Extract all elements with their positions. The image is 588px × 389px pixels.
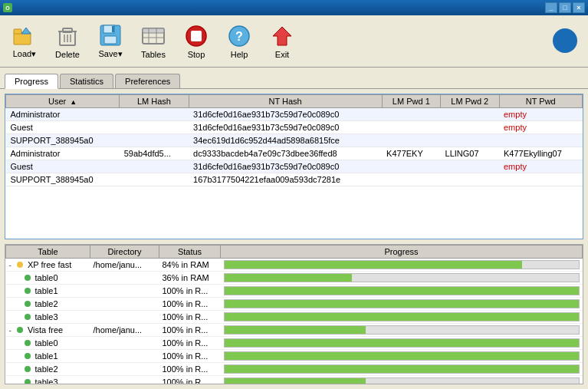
status-dot	[25, 301, 31, 307]
cell-nt-pwd: empty	[499, 108, 583, 121]
status-dot	[25, 379, 31, 384]
cell-nt-pwd: empty	[499, 160, 583, 173]
list-item: table1 100% in R...	[6, 285, 583, 298]
cell-status: 100% in R...	[159, 350, 221, 363]
svg-text:O: O	[5, 5, 10, 11]
svg-rect-14	[112, 26, 114, 32]
tab-bar: Progress Statistics Preferences	[0, 68, 588, 89]
cell-directory	[90, 350, 159, 363]
status-dot	[17, 262, 23, 268]
cell-lm-pwd1	[382, 173, 440, 186]
cell-lm-hash	[120, 121, 189, 134]
minimize-button[interactable]: _	[545, 2, 557, 13]
status-dot	[25, 288, 31, 294]
cell-table-name: table1	[6, 285, 90, 298]
about-icon	[553, 28, 577, 53]
cell-table-name: - Vista free	[6, 324, 90, 337]
cell-table-name: table0	[6, 272, 90, 285]
status-dot	[25, 366, 31, 372]
cell-nt-pwd: K477Ekylling07	[499, 147, 583, 160]
progress-bar-bg	[224, 299, 580, 308]
cell-progress	[221, 298, 583, 311]
upper-table-header: User ▲ LM Hash NT Hash LM Pwd 1 LM Pwd 2…	[6, 95, 583, 108]
title-bar-left: O	[3, 3, 15, 12]
exit-button[interactable]: Exit	[262, 19, 302, 64]
help-button[interactable]: ? Help	[219, 19, 259, 64]
load-button[interactable]: Load▾	[5, 19, 44, 64]
status-dot	[25, 314, 31, 320]
delete-button[interactable]: Delete	[48, 19, 87, 64]
col-nt-hash: NT Hash	[189, 95, 382, 108]
progress-bar-bg	[224, 312, 580, 321]
cell-status: 100% in R...	[159, 337, 221, 350]
cell-lm-pwd1	[382, 134, 440, 147]
cell-table-name: table2	[6, 298, 90, 311]
table-row: SUPPORT_388945a0 34ec619d1d6c952d44ad589…	[6, 134, 583, 147]
cell-directory: /home/janu...	[90, 324, 159, 337]
table-row: Guest 31d6cfe0d16ae931b73c59d7e0c089c0 e…	[6, 121, 583, 134]
stop-label: Stop	[188, 50, 205, 59]
progress-bar-fill	[225, 378, 366, 384]
progress-bar-fill	[225, 274, 352, 282]
save-label: Save▾	[98, 49, 122, 59]
about-button[interactable]	[547, 19, 583, 64]
cell-status: 100% in R...	[159, 363, 221, 376]
progress-bar-fill	[225, 326, 366, 334]
stop-button[interactable]: Stop	[176, 19, 216, 64]
tab-progress[interactable]: Progress	[5, 74, 58, 89]
cell-lm-hash	[120, 108, 189, 121]
cell-nt-hash: dc9333bacdeb4a7e09c73dbee36ffed8	[189, 147, 382, 160]
cell-lm-pwd2: LLING07	[441, 147, 499, 160]
tables-label: Tables	[141, 50, 166, 59]
cell-user: Guest	[6, 160, 120, 173]
close-button[interactable]: ×	[573, 2, 585, 13]
cell-progress	[221, 376, 583, 385]
cell-nt-hash: 167b3177504221efaa009a593dc7281e	[189, 173, 382, 186]
progress-bar-bg	[224, 260, 580, 269]
cell-progress	[221, 311, 583, 324]
lower-table: Table Directory Status Progress - XP fre…	[5, 245, 583, 384]
cell-table-name: table1	[6, 350, 90, 363]
status-dot	[17, 327, 23, 333]
title-bar-controls[interactable]: _ □ ×	[545, 2, 585, 13]
cell-lm-pwd1	[382, 160, 440, 173]
progress-bar-fill	[225, 287, 579, 295]
cell-nt-hash: 31d6cfe0d16ae931b73c59d7e0c089c0	[189, 121, 382, 134]
help-label: Help	[231, 50, 248, 59]
cell-user: Guest	[6, 121, 120, 134]
col-user[interactable]: User ▲	[6, 95, 120, 108]
status-dot	[25, 340, 31, 346]
col-lm-pwd1: LM Pwd 1	[382, 95, 440, 108]
cell-table-name: table3	[6, 311, 90, 324]
cell-directory: /home/janu...	[90, 259, 159, 272]
tab-preferences[interactable]: Preferences	[115, 74, 180, 88]
list-item: table3 100% in R...	[6, 376, 583, 385]
svg-text:?: ?	[235, 30, 243, 43]
upper-table-container: User ▲ LM Hash NT Hash LM Pwd 1 LM Pwd 2…	[5, 94, 583, 239]
save-button[interactable]: Save▾	[90, 19, 130, 64]
cell-directory	[90, 376, 159, 385]
cell-lm-pwd2	[441, 134, 499, 147]
progress-bar-bg	[224, 364, 580, 374]
cell-user: Administrator	[6, 108, 120, 121]
cell-nt-hash: 31d6cfe0d16ae931b73c59d7e0c089c0	[189, 160, 382, 173]
cell-status: 100% in R...	[159, 285, 221, 298]
maximize-button[interactable]: □	[559, 2, 571, 13]
cell-status: 100% in R...	[159, 298, 221, 311]
cell-nt-pwd: empty	[499, 121, 583, 134]
table-row: SUPPORT_388945a0 167b3177504221efaa009a5…	[6, 173, 583, 186]
col-table: Table	[6, 246, 90, 259]
save-icon	[98, 23, 123, 48]
cell-directory	[90, 311, 159, 324]
load-label: Load▾	[13, 49, 36, 59]
tables-button[interactable]: Tables	[133, 19, 173, 64]
progress-bar-fill	[225, 352, 579, 360]
cell-lm-hash	[120, 160, 189, 173]
svg-rect-13	[104, 36, 117, 44]
list-item: table2 100% in R...	[6, 363, 583, 376]
tab-statistics[interactable]: Statistics	[60, 74, 113, 88]
svg-rect-3	[14, 29, 21, 34]
cell-lm-hash: 59ab4dfd5...	[120, 147, 189, 160]
tables-icon	[141, 24, 166, 48]
upper-table: User ▲ LM Hash NT Hash LM Pwd 1 LM Pwd 2…	[5, 94, 583, 186]
